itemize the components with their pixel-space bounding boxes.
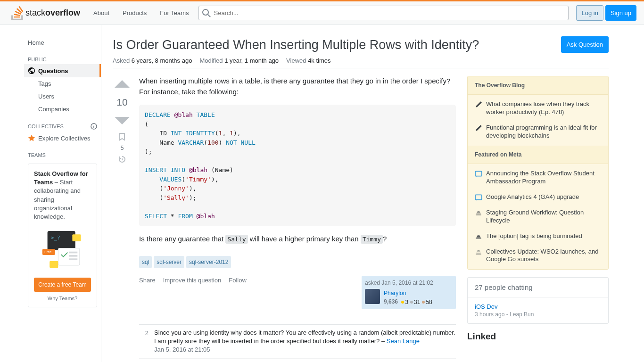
svg-rect-7 xyxy=(69,252,77,254)
right-sidebar: The Overflow Blog What companies lose wh… xyxy=(467,76,609,362)
meta-viewed: Viewed 4k times xyxy=(286,57,330,64)
bookmark-button[interactable] xyxy=(118,132,126,141)
star-icon xyxy=(28,134,35,142)
sidebar-tags[interactable]: Tags xyxy=(24,77,101,90)
pencil-icon xyxy=(475,101,482,108)
comment-date: Jan 5, 2016 at 21:05 xyxy=(154,346,456,354)
comment-body: Since you are using identity why does it… xyxy=(154,329,456,354)
login-button[interactable]: Log in xyxy=(576,5,603,21)
downvote-button[interactable] xyxy=(114,112,131,129)
chat-widget: 27 people chatting iOS Dev 3 hours ago -… xyxy=(467,277,609,324)
blog-header: The Overflow Blog xyxy=(468,76,608,95)
svg-rect-8 xyxy=(69,255,77,257)
author-card: asked Jan 5, 2016 at 21:02 Pharylon 9,63… xyxy=(362,276,456,309)
why-teams-link[interactable]: Why Teams? xyxy=(34,296,91,301)
upvote-button[interactable] xyxy=(114,76,131,93)
question-header: Is Order Guaranteed When Inserting Multi… xyxy=(113,36,609,53)
sidebar-users[interactable]: Users xyxy=(24,90,101,103)
teams-illustration: >_? Free xyxy=(34,227,95,274)
svg-rect-10 xyxy=(50,261,58,268)
content-row: 10 5 When inserting multiple rows in a t… xyxy=(113,76,609,362)
share-link[interactable]: Share xyxy=(139,276,156,285)
overflow-blog-widget: The Overflow Blog What companies lose wh… xyxy=(467,76,609,270)
author-badges: 3 31 58 xyxy=(401,298,432,306)
comment: 2 Since you are using identity why does … xyxy=(139,325,456,359)
auth-buttons: Log in Sign up xyxy=(576,5,636,21)
nav-products[interactable]: Products xyxy=(117,7,152,19)
stack-icon xyxy=(475,248,482,256)
improve-link[interactable]: Improve this question xyxy=(163,276,222,285)
search-container xyxy=(198,6,569,20)
post-layout: 10 5 When inserting multiple rows in a t… xyxy=(113,76,456,362)
code-block: DECLARE @blah TABLE ( ID INT IDENTITY(1,… xyxy=(139,105,456,226)
meta-item[interactable]: Collectives Update: WSO2 launches, and G… xyxy=(468,244,608,268)
blog-item[interactable]: What companies lose when they track work… xyxy=(468,97,608,120)
meta-asked: Asked 6 years, 8 months ago xyxy=(113,57,192,64)
stack-icon xyxy=(475,209,482,217)
follow-link[interactable]: Follow xyxy=(229,276,247,285)
svg-text:Free: Free xyxy=(44,250,51,254)
comment-author[interactable]: Sean Lange xyxy=(387,337,420,345)
linked-section: Linked xyxy=(467,331,609,346)
ask-question-button[interactable]: Ask Question xyxy=(561,36,609,53)
search-input[interactable] xyxy=(198,6,569,20)
chat-room-link[interactable]: iOS Dev xyxy=(475,303,601,310)
site-logo[interactable]: stackoverflow xyxy=(8,6,84,20)
nav-for-teams[interactable]: For Teams xyxy=(154,7,194,19)
tag-sql[interactable]: sql xyxy=(139,256,152,268)
nav-about[interactable]: About xyxy=(88,7,115,19)
tag-sql-server-2012[interactable]: sql-server-2012 xyxy=(186,256,231,268)
author-avatar[interactable] xyxy=(365,289,380,304)
meta-header: Featured on Meta xyxy=(468,146,608,164)
svg-rect-9 xyxy=(69,258,77,260)
comment: 2 Yes, it matters. This is the simplest … xyxy=(139,359,456,362)
stack-icon xyxy=(475,233,482,240)
comment-score: 2 xyxy=(139,329,149,354)
sidebar-questions-label: Questions xyxy=(38,67,68,74)
sidebar-explore-collectives[interactable]: Explore Collectives xyxy=(24,132,101,145)
sidebar-home[interactable]: Home xyxy=(24,36,101,49)
meta-item[interactable]: Staging Ground Workflow: Question Lifecy… xyxy=(468,205,608,229)
comments-section: 2 Since you are using identity why does … xyxy=(139,324,456,362)
teams-promo-box: Stack Overflow for Teams – Start collabo… xyxy=(28,164,97,307)
signup-button[interactable]: Sign up xyxy=(605,5,636,21)
post-paragraph-2: Is there any guarantee that Sally will h… xyxy=(139,234,456,245)
sidebar-collectives-header: COLLECTIVES xyxy=(24,115,101,132)
speech-icon xyxy=(475,194,482,201)
post-actions: Share Improve this question Follow asked… xyxy=(139,276,456,309)
main-content: Is Order Guaranteed When Inserting Multi… xyxy=(101,25,620,362)
logo-text: stackoverflow xyxy=(25,8,80,18)
meta-item[interactable]: The [option] tag is being burninated xyxy=(468,229,608,244)
create-team-button[interactable]: Create a free Team xyxy=(34,278,91,292)
info-icon[interactable] xyxy=(91,123,97,130)
question-meta: Asked 6 years, 8 months ago Modified 1 y… xyxy=(113,57,609,68)
author-reputation: 9,636 xyxy=(384,298,398,305)
page-container: Home PUBLIC Questions Tags Users Compani… xyxy=(24,25,620,362)
pencil-icon xyxy=(475,124,482,132)
history-button[interactable] xyxy=(118,155,126,164)
question-title: Is Order Guaranteed When Inserting Multi… xyxy=(113,36,553,53)
tag-sql-server[interactable]: sql-server xyxy=(154,256,184,268)
meta-item[interactable]: Announcing the Stack Overflow Student Am… xyxy=(468,166,608,189)
teams-promo-text: Stack Overflow for Teams – Start collabo… xyxy=(34,170,91,221)
svg-rect-3 xyxy=(72,234,81,241)
asked-time: asked Jan 5, 2016 at 21:02 xyxy=(365,279,453,287)
chat-meta: 3 hours ago - Leap Bun xyxy=(475,311,601,318)
vote-count: 10 xyxy=(116,97,127,108)
meta-item[interactable]: Google Analytics 4 (GA4) upgrade xyxy=(468,189,608,205)
blog-item[interactable]: Functional programming is an ideal fit f… xyxy=(468,120,608,144)
post-paragraph-1: When inserting multiple rows in a table,… xyxy=(139,76,456,97)
author-info: Pharylon 9,636 3 31 58 xyxy=(365,289,453,306)
header-nav: About Products For Teams xyxy=(88,7,194,19)
author-name[interactable]: Pharylon xyxy=(384,289,432,297)
sidebar-companies[interactable]: Companies xyxy=(24,103,101,115)
svg-rect-12 xyxy=(475,195,482,199)
site-header: stackoverflow About Products For Teams L… xyxy=(0,1,644,25)
sidebar-questions[interactable]: Questions xyxy=(24,64,101,77)
action-links: Share Improve this question Follow xyxy=(139,276,247,285)
post-body: When inserting multiple rows in a table,… xyxy=(139,76,456,362)
svg-text:>_?: >_? xyxy=(51,235,60,241)
meta-modified: Modified 1 year, 1 month ago xyxy=(199,57,279,64)
sidebar-explore-label: Explore Collectives xyxy=(38,135,91,142)
vote-column: 10 5 xyxy=(113,76,132,362)
